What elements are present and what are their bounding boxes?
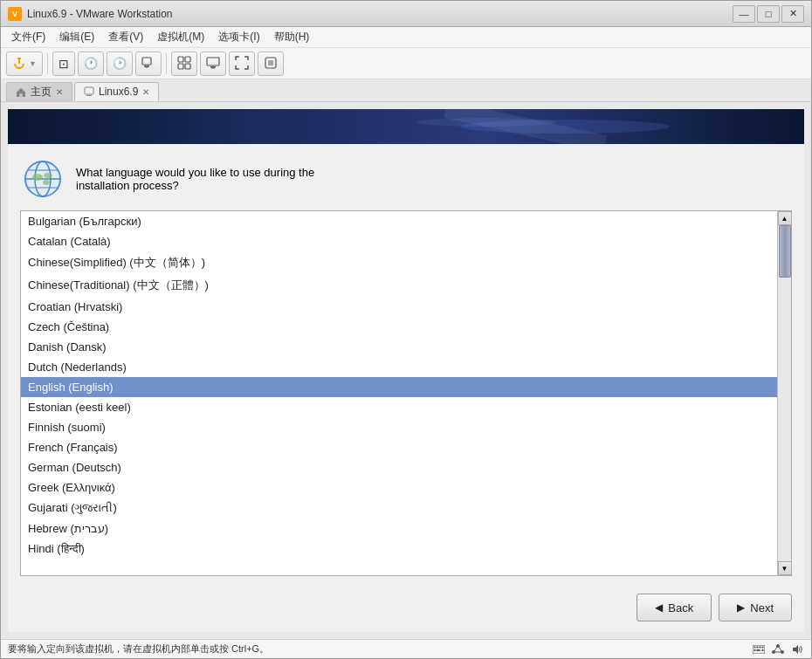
volume-icon <box>790 642 804 656</box>
view-button[interactable] <box>171 51 197 76</box>
maximize-button[interactable]: □ <box>757 5 780 23</box>
svg-line-41 <box>774 646 778 652</box>
view-icon <box>177 56 191 72</box>
installer-header: What language would you like to use duri… <box>8 144 804 210</box>
unity-button[interactable] <box>258 51 284 76</box>
power-button[interactable]: ▼ <box>6 51 43 76</box>
svg-rect-7 <box>178 64 183 69</box>
svg-rect-35 <box>754 649 756 651</box>
language-item[interactable]: Gujarati (ગુજરાતી) <box>21 498 777 518</box>
home-tab-icon <box>16 87 26 98</box>
installer-question: What language would you like to use duri… <box>76 166 314 192</box>
menu-help[interactable]: 帮助(H) <box>267 28 317 46</box>
power-icon <box>12 57 26 71</box>
menu-edit[interactable]: 编辑(E) <box>52 28 101 46</box>
svg-rect-8 <box>185 64 190 69</box>
app-icon: V <box>8 7 22 21</box>
fullscreen-icon <box>235 56 249 72</box>
language-item[interactable]: Bulgarian (Български) <box>21 211 777 231</box>
language-item[interactable]: English (English) <box>21 377 777 397</box>
svg-marker-14 <box>17 88 25 97</box>
svg-rect-4 <box>145 66 148 67</box>
minimize-button[interactable]: — <box>733 5 755 23</box>
language-item[interactable]: Czech (Čeština) <box>21 317 777 337</box>
svg-rect-17 <box>8 109 804 144</box>
language-item[interactable]: Croatian (Hrvatski) <box>21 297 777 317</box>
tab-linux69-close[interactable]: ✕ <box>142 87 149 97</box>
pause-icon: ⊡ <box>58 57 69 71</box>
tab-bar: 主页 ✕ Linux6.9 ✕ <box>1 79 811 102</box>
scroll-down-button[interactable]: ▼ <box>778 561 792 575</box>
svg-rect-0 <box>17 58 21 59</box>
svg-rect-3 <box>144 65 149 67</box>
tab-linux69[interactable]: Linux6.9 ✕ <box>74 82 159 101</box>
svg-rect-15 <box>85 87 93 94</box>
language-item[interactable]: Chinese(Simplified) (中文（简体）) <box>21 251 777 274</box>
svg-rect-16 <box>86 95 92 96</box>
menu-view[interactable]: 查看(V) <box>101 28 150 46</box>
revert-icon: 🕑 <box>113 57 127 70</box>
menu-vm[interactable]: 虚拟机(M) <box>150 28 211 46</box>
status-text: 要将输入定向到该虚拟机，请在虚拟机内部单击或按 Ctrl+G。 <box>8 642 269 656</box>
language-item[interactable]: German (Deutsch) <box>21 457 777 477</box>
content-area: What language would you like to use duri… <box>1 102 811 639</box>
tab-linux69-label: Linux6.9 <box>99 86 138 98</box>
back-icon: ◀ <box>655 601 663 614</box>
language-item[interactable]: Danish (Dansk) <box>21 337 777 357</box>
tab-home-close[interactable]: ✕ <box>56 87 63 97</box>
svg-rect-31 <box>754 646 756 648</box>
snapshot-button[interactable]: 🕐 <box>78 51 104 76</box>
menu-bar: 文件(F) 编辑(E) 查看(V) 虚拟机(M) 选项卡(I) 帮助(H) <box>1 27 811 48</box>
language-item[interactable]: French (Français) <box>21 437 777 457</box>
svg-rect-11 <box>211 67 215 68</box>
menu-file[interactable]: 文件(F) <box>4 28 52 46</box>
svg-point-28 <box>44 173 52 178</box>
monitor-icon <box>206 56 220 72</box>
language-list-container: Bulgarian (Български)Catalan (Català)Chi… <box>20 210 792 576</box>
scroll-track <box>778 225 792 561</box>
svg-rect-34 <box>762 646 764 648</box>
title-bar: V Linux6.9 - VMware Workstation — □ ✕ <box>1 1 811 27</box>
scroll-up-button[interactable]: ▲ <box>778 211 792 225</box>
installer-content: What language would you like to use duri… <box>8 144 804 632</box>
back-button[interactable]: ◀ Back <box>637 594 712 621</box>
svg-point-27 <box>32 174 43 181</box>
svg-rect-32 <box>757 646 759 648</box>
globe-icon <box>22 158 64 200</box>
vm-banner <box>8 109 804 144</box>
keyboard-icon <box>752 642 766 656</box>
pause-button[interactable]: ⊡ <box>52 51 75 76</box>
status-right <box>752 642 804 656</box>
menu-tabs[interactable]: 选项卡(I) <box>211 28 266 46</box>
scrollbar[interactable]: ▲ ▼ <box>777 211 791 575</box>
monitor-button[interactable] <box>200 51 226 76</box>
back-label: Back <box>668 601 693 614</box>
svg-rect-9 <box>207 58 219 65</box>
tab-home-label: 主页 <box>31 85 52 100</box>
svg-rect-10 <box>210 66 216 68</box>
language-item[interactable]: Catalan (Català) <box>21 231 777 251</box>
toolbar-sep-2 <box>166 53 167 74</box>
language-item[interactable]: Greek (Ελληνικά) <box>21 477 777 498</box>
svg-line-42 <box>778 646 782 652</box>
language-item[interactable]: Hebrew (עברית) <box>21 518 777 539</box>
language-item[interactable]: Chinese(Traditional) (中文（正體）) <box>21 274 777 297</box>
close-button[interactable]: ✕ <box>781 5 804 23</box>
language-item[interactable]: Hindi (हिन्दी) <box>21 539 777 559</box>
vm-settings-button[interactable] <box>135 51 162 76</box>
revert-button[interactable]: 🕑 <box>107 51 133 76</box>
tab-home[interactable]: 主页 ✕ <box>6 82 72 101</box>
next-icon: ▶ <box>737 601 745 614</box>
language-item[interactable]: Dutch (Nederlands) <box>21 357 777 377</box>
fullscreen-button[interactable] <box>229 51 255 76</box>
language-item[interactable]: Estonian (eesti keel) <box>21 397 777 417</box>
svg-rect-1 <box>18 59 20 64</box>
linux-tab-icon <box>84 86 94 97</box>
window-title: Linux6.9 - VMware Workstation <box>27 8 733 20</box>
snapshot-icon: 🕐 <box>84 57 98 70</box>
language-item[interactable]: Finnish (suomi) <box>21 417 777 437</box>
scroll-thumb[interactable] <box>779 225 791 278</box>
svg-rect-2 <box>142 58 151 65</box>
next-button[interactable]: ▶ Next <box>719 594 792 621</box>
svg-point-29 <box>43 180 50 185</box>
